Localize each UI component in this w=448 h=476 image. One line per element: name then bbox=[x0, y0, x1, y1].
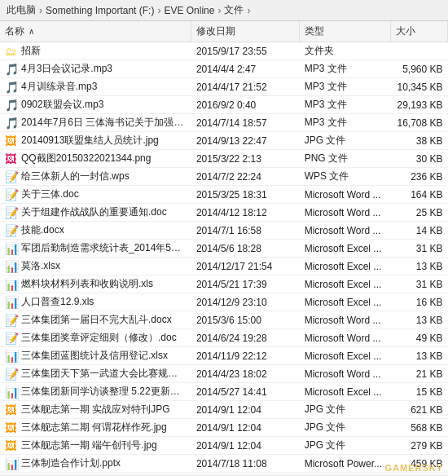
xlsx-icon: 📊 bbox=[5, 278, 18, 291]
jpg-icon: 🖼 bbox=[5, 403, 18, 416]
doc-icon: 📝 bbox=[5, 368, 18, 381]
file-name-cell: 📊军团后勤制造需求统计表_2014年5月6日... bbox=[0, 240, 191, 258]
table-row[interactable]: 📝三体集团第一届日不完大乱斗.docx 2015/3/6 15:00 Micro… bbox=[0, 311, 448, 329]
mp3-icon: 🎵 bbox=[5, 99, 18, 112]
table-row[interactable]: 📊三体集团新同学访谈整理 5.22更新执剑... 2014/5/27 14:41… bbox=[0, 383, 448, 401]
col-header-date[interactable]: 修改日期 bbox=[191, 21, 300, 42]
file-name-text: 三体集团奖章评定细则（修改）.doc bbox=[21, 332, 177, 343]
file-name-cell: 🖼20140913联盟集结人员统计.jpg bbox=[0, 132, 191, 150]
file-name-text: 关于组建作战战队的重要通知.doc bbox=[21, 206, 167, 218]
file-type-cell: Microsoft Word ... bbox=[300, 186, 391, 204]
file-name-cell: 📝给三体新人的一封信.wps bbox=[0, 168, 191, 186]
table-row[interactable]: 🖼20140913联盟集结人员统计.jpg 2014/9/13 22:47 JP… bbox=[0, 132, 448, 150]
file-type-cell: JPG 文件 bbox=[300, 132, 391, 150]
table-row[interactable]: 🖼QQ截图20150322021344.png 2015/3/22 2:13 P… bbox=[0, 150, 448, 168]
file-date-cell: 2014/3/28 0:48 bbox=[191, 473, 300, 475]
col-header-name[interactable]: 名称 ∧ bbox=[0, 21, 191, 42]
table-row[interactable]: 📊三体集团蓝图统计及信用登记.xlsx 2014/11/9 22:12 Micr… bbox=[0, 347, 448, 365]
table-row[interactable]: 📊三体制造合作计划.pptx 2014/7/18 11:08 Microsoft… bbox=[0, 455, 448, 473]
file-name-cell: 🖼三体舰志第二期 何谓花样作死.jpg bbox=[0, 419, 191, 437]
file-date-cell: 2014/9/1 12:04 bbox=[191, 419, 300, 437]
png-icon: 🖼 bbox=[5, 152, 18, 165]
breadcrumb-part-1[interactable]: Something Important (F:) bbox=[46, 5, 154, 16]
file-type-cell: PNG 文件 bbox=[300, 150, 391, 168]
table-row[interactable]: 🎵2014年7月6日 三体海书记关于加强军团... 2014/7/14 18:5… bbox=[0, 114, 448, 132]
table-row[interactable]: 📊燃料块材料列表和收购说明.xls 2014/5/21 17:39 Micros… bbox=[0, 275, 448, 293]
file-size-cell: 13 KB bbox=[391, 258, 448, 275]
table-row[interactable]: 📝关于组建作战战队的重要通知.doc 2014/4/12 18:12 Micro… bbox=[0, 204, 448, 222]
table-row[interactable]: 🖼三体舰志第二期 何谓花样作死.jpg 2014/9/1 12:04 JPG 文… bbox=[0, 419, 448, 437]
file-size-cell: 5,960 KB bbox=[391, 60, 448, 78]
doc-icon: 📝 bbox=[5, 206, 18, 219]
breadcrumb-sep-1: › bbox=[157, 5, 160, 16]
table-row[interactable]: 🎵4月3日会议记录.mp3 2014/4/4 2:47 MP3 文件 5,960… bbox=[0, 60, 448, 78]
breadcrumb-part-2[interactable]: EVE Online bbox=[164, 5, 214, 16]
file-date-cell: 2015/3/22 2:13 bbox=[191, 150, 300, 168]
doc-icon: 📝 bbox=[5, 188, 18, 201]
jpg-icon: 🖼 bbox=[5, 134, 18, 148]
col-header-type[interactable]: 类型 bbox=[300, 21, 391, 42]
file-type-cell: WPS 文件 bbox=[300, 168, 391, 186]
file-name-text: 给三体新人的一封信.wps bbox=[21, 170, 130, 182]
breadcrumb-sep-2: › bbox=[217, 5, 221, 16]
file-name-text: 三体舰志第一期 端午创刊号.jpg bbox=[21, 439, 157, 451]
breadcrumb-part-0[interactable]: 此电脑 bbox=[7, 3, 36, 17]
file-name-text: 关于三体.doc bbox=[21, 188, 79, 200]
table-row[interactable]: 📊军团后勤制造需求统计表_2014年5月6日... 2014/5/6 18:28… bbox=[0, 240, 448, 258]
file-name-text: 三体舰志第一期 实战应对特刊JPG bbox=[21, 403, 170, 415]
table-row[interactable]: 📝关于三体.doc 2015/3/25 18:31 Microsoft Word… bbox=[0, 186, 448, 204]
file-type-cell: Microsoft Word ... bbox=[300, 365, 391, 383]
file-list-container[interactable]: 名称 ∧ 修改日期 类型 大小 🗂招新 2015/9/17 23:55 文件夹 bbox=[0, 21, 448, 474]
file-date-cell: 2014/5/27 14:41 bbox=[191, 383, 300, 401]
file-date-cell: 2014/12/9 23:10 bbox=[191, 293, 300, 311]
table-row[interactable]: 📝给三体新人的一封信.wps 2014/7/2 22:24 WPS 文件 236… bbox=[0, 168, 448, 186]
breadcrumb-part-3[interactable]: 文件 bbox=[224, 3, 244, 17]
file-date-cell: 2015/3/25 18:31 bbox=[191, 186, 300, 204]
file-name-cell: 📊莫洛.xlsx bbox=[0, 258, 191, 275]
table-row[interactable]: 📝三体制造合作计划.doc 2014/3/28 0:48 Microsoft W… bbox=[0, 473, 448, 475]
file-type-cell: MP3 文件 bbox=[300, 114, 391, 132]
file-name-cell: 📝三体制造合作计划.doc bbox=[0, 473, 191, 475]
col-header-size[interactable]: 大小 bbox=[391, 21, 448, 42]
table-row[interactable]: 🎵4月训练录音.mp3 2014/4/17 21:52 MP3 文件 10,34… bbox=[0, 78, 448, 96]
table-row[interactable]: 📝三体集团奖章评定细则（修改）.doc 2014/6/24 19:28 Micr… bbox=[0, 329, 448, 347]
file-name-text: QQ截图20150322021344.png bbox=[21, 152, 151, 164]
table-row[interactable]: 🖼三体舰志第一期 端午创刊号.jpg 2014/9/1 12:04 JPG 文件… bbox=[0, 437, 448, 455]
file-date-cell: 2014/9/1 12:04 bbox=[191, 401, 300, 419]
table-row[interactable]: 📊莫洛.xlsx 2014/12/17 21:54 Microsoft Exce… bbox=[0, 258, 448, 275]
file-name-text: 燃料块材料列表和收购说明.xls bbox=[21, 278, 153, 289]
file-name-cell: 📝三体集团天下第一武道大会比赛规则.doc bbox=[0, 365, 191, 383]
docx-icon: 📝 bbox=[5, 224, 18, 237]
file-date-cell: 2014/7/14 18:57 bbox=[191, 114, 300, 132]
file-name-text: 0902联盟会议.mp3 bbox=[21, 99, 103, 110]
folder-icon: 🗂 bbox=[5, 45, 18, 58]
file-size-cell: 10,345 KB bbox=[391, 78, 448, 96]
file-name-text: 莫洛.xlsx bbox=[21, 260, 60, 271]
file-date-cell: 2014/5/21 17:39 bbox=[191, 275, 300, 293]
file-size-cell: 15 KB bbox=[391, 383, 448, 401]
table-row[interactable]: 📊人口普查12.9.xls 2014/12/9 23:10 Microsoft … bbox=[0, 293, 448, 311]
breadcrumb-sep-3: › bbox=[247, 5, 250, 16]
file-name-text: 4月3日会议记录.mp3 bbox=[21, 63, 112, 74]
file-type-cell: Microsoft Excel ... bbox=[300, 275, 391, 293]
file-name-text: 三体集团新同学访谈整理 5.22更新执剑... bbox=[21, 386, 191, 397]
file-date-cell: 2014/4/17 21:52 bbox=[191, 78, 300, 96]
file-name-text: 三体集团第一届日不完大乱斗.docx bbox=[21, 314, 172, 325]
file-name-cell: 🎵4月3日会议记录.mp3 bbox=[0, 60, 191, 78]
file-date-cell: 2014/11/9 22:12 bbox=[191, 347, 300, 365]
mp3-icon: 🎵 bbox=[5, 63, 18, 76]
breadcrumb: 此电脑 › Something Important (F:) › EVE Onl… bbox=[0, 0, 448, 21]
table-row[interactable]: 📝三体集团天下第一武道大会比赛规则.doc 2014/4/23 18:02 Mi… bbox=[0, 365, 448, 383]
file-size-cell: 31 KB bbox=[391, 240, 448, 258]
breadcrumb-sep-0: › bbox=[39, 5, 42, 16]
file-date-cell: 2016/9/2 0:40 bbox=[191, 96, 300, 114]
file-name-text: 20140913联盟集结人员统计.jpg bbox=[21, 134, 159, 146]
file-size-cell: 30 KB bbox=[391, 150, 448, 168]
file-name-text: 军团后勤制造需求统计表_2014年5月6日... bbox=[21, 242, 191, 253]
table-row[interactable]: 🗂招新 2015/9/17 23:55 文件夹 bbox=[0, 42, 448, 60]
file-size-cell: 621 KB bbox=[391, 401, 448, 419]
table-row[interactable]: 📝技能.docx 2014/7/1 16:58 Microsoft Word .… bbox=[0, 222, 448, 240]
file-type-cell: JPG 文件 bbox=[300, 401, 391, 419]
table-row[interactable]: 🎵0902联盟会议.mp3 2016/9/2 0:40 MP3 文件 29,19… bbox=[0, 96, 448, 114]
table-row[interactable]: 🖼三体舰志第一期 实战应对特刊JPG 2014/9/1 12:04 JPG 文件… bbox=[0, 401, 448, 419]
